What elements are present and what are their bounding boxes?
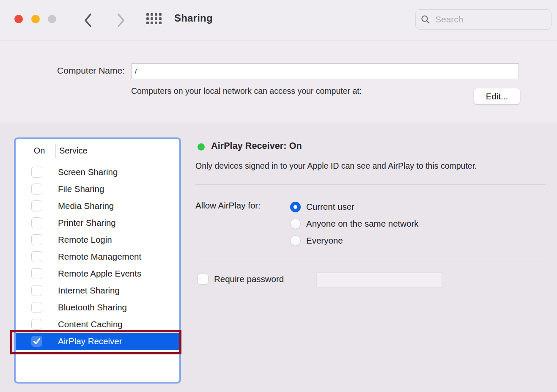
service-checkbox[interactable] xyxy=(31,268,42,279)
allow-option-everyone[interactable]: Everyone xyxy=(290,232,419,249)
checkmark-icon xyxy=(33,338,40,344)
service-row-file-sharing[interactable]: File Sharing xyxy=(16,181,179,197)
search-field[interactable] xyxy=(415,9,552,30)
service-checkbox[interactable] xyxy=(31,200,42,211)
service-checkbox[interactable] xyxy=(31,285,42,296)
allow-option-anyone-on-the-same-network[interactable]: Anyone on the same network xyxy=(290,215,419,232)
allow-option-current-user[interactable]: Current user xyxy=(290,198,419,215)
column-divider xyxy=(55,144,56,158)
toolbar: Sharing xyxy=(0,0,557,41)
require-password-checkbox[interactable] xyxy=(198,274,209,285)
service-row-remote-apple-events[interactable]: Remote Apple Events xyxy=(16,265,179,282)
radio-button[interactable] xyxy=(290,219,301,229)
back-button[interactable] xyxy=(80,11,96,30)
service-checkbox[interactable] xyxy=(31,234,42,245)
service-label: Screen Sharing xyxy=(58,167,118,177)
allow-airplay-options: Current user Anyone on the same network … xyxy=(290,198,419,249)
service-label: Content Caching xyxy=(58,319,123,329)
services-header: On Service xyxy=(16,139,179,163)
service-label: Bluetooth Sharing xyxy=(58,302,127,313)
radio-button[interactable] xyxy=(290,202,301,212)
service-label: Printer Sharing xyxy=(58,218,116,228)
service-checkbox[interactable] xyxy=(31,167,42,178)
service-checkbox[interactable] xyxy=(31,184,42,195)
service-row-printer-sharing[interactable]: Printer Sharing xyxy=(16,214,179,231)
local-network-caption: Computers on your local network can acce… xyxy=(131,86,362,96)
service-label: Remote Login xyxy=(58,235,112,245)
service-label: Remote Apple Events xyxy=(58,269,141,279)
computer-name-section: Computer Name: Computers on your local n… xyxy=(0,41,557,123)
service-checkbox[interactable] xyxy=(31,319,42,330)
service-label: Media Sharing xyxy=(58,201,114,211)
service-row-content-caching[interactable]: Content Caching xyxy=(16,316,179,333)
forward-button xyxy=(112,11,129,30)
service-row-bluetooth-sharing[interactable]: Bluetooth Sharing xyxy=(16,299,179,316)
require-password-label: Require password xyxy=(214,274,284,284)
services-panel: On Service Screen Sharing File Sharing M… xyxy=(14,137,181,384)
service-label: Internet Sharing xyxy=(58,285,120,296)
minimize-button[interactable] xyxy=(31,15,40,23)
allow-airplay-label: Allow AirPlay for: xyxy=(195,200,261,211)
service-label: Remote Management xyxy=(58,252,141,262)
status-on-dot xyxy=(198,143,205,151)
search-icon xyxy=(421,15,430,24)
radio-label: Current user xyxy=(306,202,354,212)
service-checkbox[interactable] xyxy=(31,336,42,347)
service-checkbox[interactable] xyxy=(31,302,42,313)
service-row-airplay-receiver[interactable]: AirPlay Receiver xyxy=(16,333,179,350)
status-description: Only devices signed in to your Apple ID … xyxy=(195,161,477,171)
page-title: Sharing xyxy=(174,12,213,24)
service-list: Screen Sharing File Sharing Media Sharin… xyxy=(16,164,179,350)
service-checkbox[interactable] xyxy=(31,217,42,228)
service-label: AirPlay Receiver xyxy=(58,336,122,346)
status-title: AirPlay Receiver: On xyxy=(211,141,302,151)
password-field-disabled xyxy=(316,272,442,288)
computer-name-input[interactable] xyxy=(131,63,519,79)
show-all-grid-icon[interactable] xyxy=(146,13,162,24)
computer-name-label: Computer Name: xyxy=(25,66,125,76)
edit-button[interactable]: Edit... xyxy=(474,88,520,104)
divider xyxy=(195,184,546,185)
radio-label: Everyone xyxy=(306,236,343,246)
service-row-internet-sharing[interactable]: Internet Sharing xyxy=(16,282,179,299)
service-row-media-sharing[interactable]: Media Sharing xyxy=(16,197,179,214)
zoom-button-disabled xyxy=(48,15,56,23)
service-row-remote-login[interactable]: Remote Login xyxy=(16,231,179,248)
close-button[interactable] xyxy=(14,15,23,23)
column-header-on: On xyxy=(28,146,50,156)
radio-button[interactable] xyxy=(290,236,301,246)
service-label: File Sharing xyxy=(58,184,104,194)
service-row-remote-management[interactable]: Remote Management xyxy=(16,248,179,265)
divider xyxy=(195,259,546,259)
sharing-main: On Service Screen Sharing File Sharing M… xyxy=(0,123,557,392)
search-input[interactable] xyxy=(434,14,546,25)
service-row-screen-sharing[interactable]: Screen Sharing xyxy=(16,164,179,181)
service-checkbox[interactable] xyxy=(31,251,42,262)
chevron-right-icon xyxy=(117,13,125,27)
column-header-service: Service xyxy=(59,146,88,156)
radio-label: Anyone on the same network xyxy=(306,219,419,229)
chevron-left-icon xyxy=(84,13,92,27)
